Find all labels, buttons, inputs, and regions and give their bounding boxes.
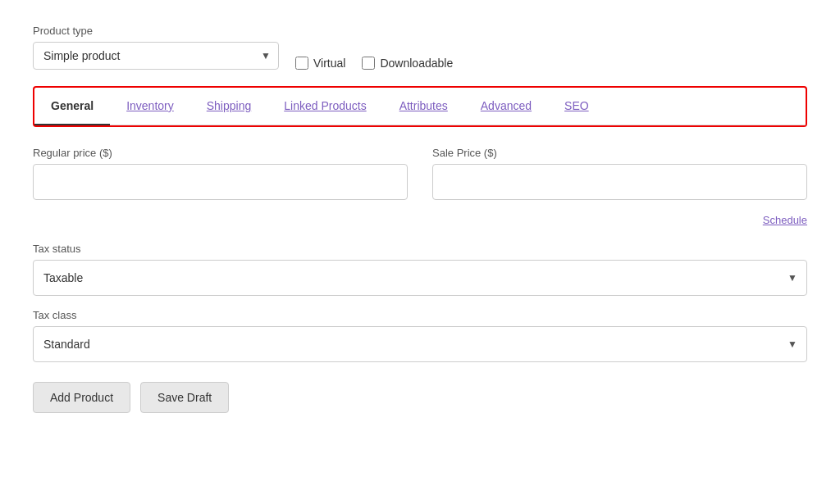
regular-price-group: Regular price ($) <box>33 147 408 200</box>
price-row: Regular price ($) Sale Price ($) <box>33 147 807 200</box>
add-product-button[interactable]: Add Product <box>33 382 130 413</box>
sale-price-group: Sale Price ($) <box>432 147 807 200</box>
tax-class-select[interactable]: Standard Reduced rate Zero rate <box>33 326 807 362</box>
tax-status-select[interactable]: Taxable Shipping only None <box>33 260 807 296</box>
virtual-checkbox-item[interactable]: Virtual <box>295 57 345 70</box>
tax-status-select-wrapper: Taxable Shipping only None ▼ <box>33 260 807 296</box>
schedule-link[interactable]: Schedule <box>763 214 807 226</box>
virtual-label: Virtual <box>313 57 345 70</box>
product-type-row: Simple product Grouped product External/… <box>33 42 807 70</box>
tax-status-group: Tax status Taxable Shipping only None ▼ <box>33 243 807 296</box>
downloadable-checkbox-item[interactable]: Downloadable <box>362 57 453 70</box>
virtual-checkbox[interactable] <box>295 57 308 70</box>
downloadable-label: Downloadable <box>380 57 453 70</box>
checkbox-group: Virtual Downloadable <box>295 57 453 70</box>
tab-shipping[interactable]: Shipping <box>190 88 268 125</box>
downloadable-checkbox[interactable] <box>362 57 375 70</box>
page-container: Product type Simple product Grouped prod… <box>0 0 840 438</box>
schedule-link-wrapper: Schedule <box>33 213 807 226</box>
save-draft-button[interactable]: Save Draft <box>140 382 229 413</box>
tax-class-select-wrapper: Standard Reduced rate Zero rate ▼ <box>33 326 807 362</box>
tab-seo[interactable]: SEO <box>548 88 605 125</box>
tabs-container: General Inventory Shipping Linked Produc… <box>33 86 807 127</box>
tab-inventory[interactable]: Inventory <box>110 88 190 125</box>
tabs-list: General Inventory Shipping Linked Produc… <box>34 88 806 125</box>
tax-class-group: Tax class Standard Reduced rate Zero rat… <box>33 309 807 362</box>
tab-general[interactable]: General <box>34 88 110 125</box>
tab-linked-products[interactable]: Linked Products <box>267 88 382 125</box>
sale-price-input[interactable] <box>432 164 807 200</box>
regular-price-input[interactable] <box>33 164 408 200</box>
product-type-select-wrapper: Simple product Grouped product External/… <box>33 42 279 70</box>
product-type-label: Product type <box>33 25 807 37</box>
tax-class-label: Tax class <box>33 309 807 321</box>
product-type-section: Product type Simple product Grouped prod… <box>33 25 807 86</box>
sale-price-label: Sale Price ($) <box>432 147 807 159</box>
tax-status-label: Tax status <box>33 243 807 255</box>
regular-price-label: Regular price ($) <box>33 147 408 159</box>
product-type-select[interactable]: Simple product Grouped product External/… <box>33 42 279 70</box>
button-row: Add Product Save Draft <box>33 382 807 413</box>
tab-advanced[interactable]: Advanced <box>464 88 548 125</box>
tab-attributes[interactable]: Attributes <box>383 88 464 125</box>
